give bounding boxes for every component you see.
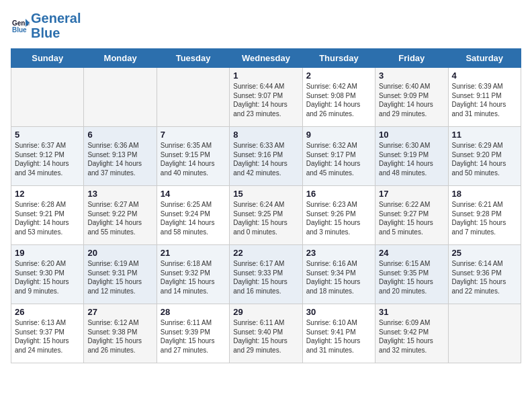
day-number: 20: [87, 248, 152, 258]
day-info: Sunrise: 6:09 AM Sunset: 9:42 PM Dayligh…: [379, 318, 444, 355]
day-number: 14: [161, 189, 226, 199]
calendar-cell: 23Sunrise: 6:16 AM Sunset: 9:34 PM Dayli…: [302, 245, 375, 304]
day-number: 25: [452, 248, 517, 258]
calendar-cell: 16Sunrise: 6:23 AM Sunset: 9:26 PM Dayli…: [302, 186, 375, 245]
day-number: 31: [379, 307, 444, 317]
calendar-cell: 21Sunrise: 6:18 AM Sunset: 9:32 PM Dayli…: [157, 245, 229, 304]
day-info: Sunrise: 6:25 AM Sunset: 9:24 PM Dayligh…: [161, 200, 226, 236]
calendar-cell: 9Sunrise: 6:32 AM Sunset: 9:17 PM Daylig…: [302, 127, 375, 186]
day-number: 1: [233, 71, 298, 81]
day-number: 21: [161, 248, 226, 258]
col-header-monday: Monday: [84, 49, 157, 68]
calendar-cell: 10Sunrise: 6:30 AM Sunset: 9:19 PM Dayli…: [375, 127, 448, 186]
calendar-cell: [11, 68, 84, 127]
calendar-cell: 3Sunrise: 6:40 AM Sunset: 9:09 PM Daylig…: [375, 68, 448, 127]
day-number: 27: [87, 307, 152, 317]
calendar-cell: 25Sunrise: 6:14 AM Sunset: 9:36 PM Dayli…: [448, 245, 521, 304]
calendar-cell: 5Sunrise: 6:37 AM Sunset: 9:12 PM Daylig…: [11, 127, 84, 186]
day-number: 28: [161, 307, 226, 317]
day-number: 7: [161, 130, 226, 140]
calendar-cell: [448, 304, 521, 363]
day-number: 22: [233, 248, 298, 258]
day-number: 30: [306, 307, 371, 317]
calendar-cell: 22Sunrise: 6:17 AM Sunset: 9:33 PM Dayli…: [230, 245, 302, 304]
day-number: 8: [233, 130, 298, 140]
calendar-cell: 30Sunrise: 6:10 AM Sunset: 9:41 PM Dayli…: [302, 304, 375, 363]
day-info: Sunrise: 6:19 AM Sunset: 9:31 PM Dayligh…: [87, 259, 152, 295]
calendar-cell: 28Sunrise: 6:11 AM Sunset: 9:39 PM Dayli…: [157, 304, 229, 363]
day-info: Sunrise: 6:24 AM Sunset: 9:25 PM Dayligh…: [233, 200, 298, 236]
day-number: 9: [306, 130, 371, 140]
col-header-tuesday: Tuesday: [157, 49, 229, 68]
day-number: 13: [87, 189, 152, 199]
day-number: 18: [452, 189, 517, 199]
day-number: 26: [15, 307, 80, 317]
calendar-cell: 31Sunrise: 6:09 AM Sunset: 9:42 PM Dayli…: [375, 304, 448, 363]
day-number: 29: [233, 307, 298, 317]
logo: General Blue GeneralBlue: [11, 11, 81, 40]
calendar-cell: 12Sunrise: 6:28 AM Sunset: 9:21 PM Dayli…: [11, 186, 84, 245]
day-number: 16: [306, 189, 371, 199]
calendar-cell: 2Sunrise: 6:42 AM Sunset: 9:08 PM Daylig…: [302, 68, 375, 127]
day-info: Sunrise: 6:32 AM Sunset: 9:17 PM Dayligh…: [306, 141, 371, 177]
calendar-cell: 20Sunrise: 6:19 AM Sunset: 9:31 PM Dayli…: [84, 245, 157, 304]
calendar-cell: 27Sunrise: 6:12 AM Sunset: 9:38 PM Dayli…: [84, 304, 157, 363]
day-info: Sunrise: 6:15 AM Sunset: 9:35 PM Dayligh…: [379, 259, 444, 295]
calendar-cell: 26Sunrise: 6:13 AM Sunset: 9:37 PM Dayli…: [11, 304, 84, 363]
day-info: Sunrise: 6:14 AM Sunset: 9:36 PM Dayligh…: [452, 259, 517, 295]
calendar-cell: 14Sunrise: 6:25 AM Sunset: 9:24 PM Dayli…: [157, 186, 229, 245]
day-info: Sunrise: 6:21 AM Sunset: 9:28 PM Dayligh…: [452, 200, 517, 236]
col-header-thursday: Thursday: [302, 49, 375, 68]
day-number: 12: [15, 189, 80, 199]
day-number: 15: [233, 189, 298, 199]
day-info: Sunrise: 6:27 AM Sunset: 9:22 PM Dayligh…: [87, 200, 152, 236]
day-info: Sunrise: 6:30 AM Sunset: 9:19 PM Dayligh…: [379, 141, 444, 177]
calendar-table: SundayMondayTuesdayWednesdayThursdayFrid…: [11, 48, 521, 363]
day-number: 11: [452, 130, 517, 140]
page-header: General Blue GeneralBlue: [11, 11, 521, 40]
calendar-cell: 1Sunrise: 6:44 AM Sunset: 9:07 PM Daylig…: [230, 68, 302, 127]
calendar-cell: 29Sunrise: 6:11 AM Sunset: 9:40 PM Dayli…: [230, 304, 302, 363]
day-info: Sunrise: 6:11 AM Sunset: 9:39 PM Dayligh…: [161, 318, 226, 355]
day-info: Sunrise: 6:33 AM Sunset: 9:16 PM Dayligh…: [233, 141, 298, 177]
svg-text:Blue: Blue: [12, 26, 27, 34]
calendar-cell: 18Sunrise: 6:21 AM Sunset: 9:28 PM Dayli…: [448, 186, 521, 245]
day-info: Sunrise: 6:42 AM Sunset: 9:08 PM Dayligh…: [306, 82, 371, 118]
calendar-cell: 13Sunrise: 6:27 AM Sunset: 9:22 PM Dayli…: [84, 186, 157, 245]
day-info: Sunrise: 6:44 AM Sunset: 9:07 PM Dayligh…: [233, 82, 298, 118]
day-info: Sunrise: 6:28 AM Sunset: 9:21 PM Dayligh…: [15, 200, 80, 236]
calendar-cell: 11Sunrise: 6:29 AM Sunset: 9:20 PM Dayli…: [448, 127, 521, 186]
day-number: 3: [379, 71, 444, 81]
calendar-week-row: 19Sunrise: 6:20 AM Sunset: 9:30 PM Dayli…: [11, 245, 521, 304]
calendar-cell: 19Sunrise: 6:20 AM Sunset: 9:30 PM Dayli…: [11, 245, 84, 304]
col-header-sunday: Sunday: [11, 49, 84, 68]
day-number: 10: [379, 130, 444, 140]
day-number: 2: [306, 71, 371, 81]
calendar-cell: [84, 68, 157, 127]
day-number: 6: [87, 130, 152, 140]
day-info: Sunrise: 6:16 AM Sunset: 9:34 PM Dayligh…: [306, 259, 371, 295]
day-info: Sunrise: 6:13 AM Sunset: 9:37 PM Dayligh…: [15, 318, 80, 355]
day-info: Sunrise: 6:10 AM Sunset: 9:41 PM Dayligh…: [306, 318, 371, 355]
calendar-week-row: 5Sunrise: 6:37 AM Sunset: 9:12 PM Daylig…: [11, 127, 521, 186]
calendar-week-row: 26Sunrise: 6:13 AM Sunset: 9:37 PM Dayli…: [11, 304, 521, 363]
day-info: Sunrise: 6:29 AM Sunset: 9:20 PM Dayligh…: [452, 141, 517, 177]
day-number: 24: [379, 248, 444, 258]
calendar-cell: 6Sunrise: 6:36 AM Sunset: 9:13 PM Daylig…: [84, 127, 157, 186]
day-info: Sunrise: 6:11 AM Sunset: 9:40 PM Dayligh…: [233, 318, 298, 355]
day-number: 23: [306, 248, 371, 258]
day-info: Sunrise: 6:35 AM Sunset: 9:15 PM Dayligh…: [161, 141, 226, 177]
calendar-cell: 15Sunrise: 6:24 AM Sunset: 9:25 PM Dayli…: [230, 186, 302, 245]
col-header-saturday: Saturday: [448, 49, 521, 68]
day-info: Sunrise: 6:37 AM Sunset: 9:12 PM Dayligh…: [15, 141, 80, 177]
day-info: Sunrise: 6:17 AM Sunset: 9:33 PM Dayligh…: [233, 259, 298, 295]
calendar-week-row: 12Sunrise: 6:28 AM Sunset: 9:21 PM Dayli…: [11, 186, 521, 245]
calendar-cell: [157, 68, 229, 127]
day-info: Sunrise: 6:39 AM Sunset: 9:11 PM Dayligh…: [452, 82, 517, 118]
day-number: 4: [452, 71, 517, 81]
day-number: 17: [379, 189, 444, 199]
calendar-header-row: SundayMondayTuesdayWednesdayThursdayFrid…: [11, 49, 521, 68]
calendar-cell: 7Sunrise: 6:35 AM Sunset: 9:15 PM Daylig…: [157, 127, 229, 186]
calendar-cell: 8Sunrise: 6:33 AM Sunset: 9:16 PM Daylig…: [230, 127, 302, 186]
logo-text: GeneralBlue: [31, 11, 81, 40]
